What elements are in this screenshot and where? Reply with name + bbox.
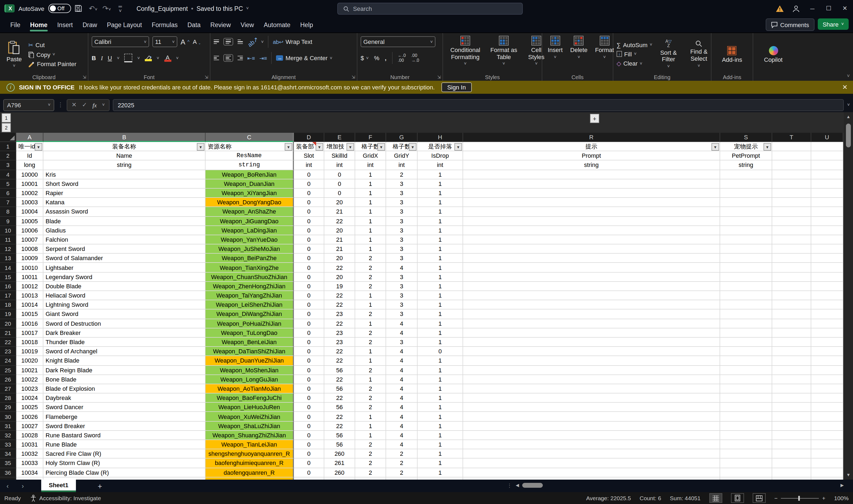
cell-empty[interactable]: [720, 412, 772, 421]
cell-f[interactable]: 1: [355, 216, 386, 226]
align-center-icon[interactable]: [223, 54, 233, 62]
cell-d[interactable]: 0: [294, 328, 324, 338]
tab-file[interactable]: File: [5, 18, 25, 31]
cell-d[interactable]: 0: [294, 226, 324, 235]
cell-f[interactable]: 1: [355, 207, 386, 216]
cell-empty[interactable]: [720, 384, 772, 393]
cell-e[interactable]: 56: [324, 403, 355, 412]
cell-empty[interactable]: [811, 319, 843, 328]
row-header-4[interactable]: 4: [0, 170, 16, 179]
filter-header-cell-T[interactable]: [772, 142, 811, 151]
header-cell-U2[interactable]: [811, 151, 843, 160]
cell-g[interactable]: 2: [386, 478, 418, 480]
cell-empty[interactable]: [811, 468, 843, 477]
cell-empty[interactable]: [811, 356, 843, 365]
row-header-35[interactable]: 35: [0, 459, 16, 468]
cell-d[interactable]: 0: [294, 347, 324, 356]
header-cell-T3[interactable]: [772, 161, 811, 170]
fill-button[interactable]: ↓Fill˅: [616, 51, 652, 57]
cell-d[interactable]: 0: [294, 384, 324, 393]
cell-id[interactable]: 10021: [16, 365, 43, 375]
cell-empty[interactable]: [811, 347, 843, 356]
filter-header-cell-E[interactable]: 增加技▼: [324, 142, 355, 151]
row-header-17[interactable]: 17: [0, 291, 16, 300]
cell-h[interactable]: 1: [418, 272, 463, 282]
dialog-launcher-icon[interactable]: ⇲: [437, 75, 441, 80]
copilot-button[interactable]: Copilot: [761, 35, 786, 73]
cell-resname[interactable]: Weapon_TuLongDao: [206, 328, 294, 338]
chevron-down-icon[interactable]: ˅: [157, 56, 159, 60]
excel-app-icon[interactable]: X: [4, 4, 15, 13]
cell-empty[interactable]: [772, 198, 811, 207]
cell-empty[interactable]: [772, 478, 811, 480]
fill-color-icon[interactable]: [145, 55, 152, 61]
cell-d[interactable]: 0: [294, 319, 324, 328]
header-cell-B2[interactable]: Name: [43, 151, 206, 160]
cell-empty[interactable]: [463, 459, 720, 468]
cell-h[interactable]: 1: [418, 207, 463, 216]
cell-empty[interactable]: [720, 449, 772, 458]
cell-id[interactable]: 10006: [16, 226, 43, 235]
cell-empty[interactable]: [720, 272, 772, 282]
cell-empty[interactable]: [811, 282, 843, 291]
tab-help[interactable]: Help: [295, 18, 318, 31]
currency-icon[interactable]: $˅: [361, 55, 369, 61]
increase-decimal-icon[interactable]: ←.0.00: [398, 53, 406, 63]
cell-empty[interactable]: [463, 245, 720, 254]
cell-id[interactable]: 10003: [16, 198, 43, 207]
insert-cells-button[interactable]: Insert˅: [545, 35, 565, 73]
cell-f[interactable]: 1: [355, 188, 386, 198]
column-header-F[interactable]: F: [355, 133, 386, 142]
cell-empty[interactable]: [463, 440, 720, 449]
tab-review[interactable]: Review: [206, 18, 236, 31]
namebox-splitter[interactable]: ⋮: [57, 101, 64, 108]
cell-empty[interactable]: [811, 328, 843, 338]
cell-empty[interactable]: [811, 393, 843, 403]
cell-empty[interactable]: [463, 170, 720, 179]
cell-h[interactable]: 1: [418, 375, 463, 384]
cell-g[interactable]: 4: [386, 328, 418, 338]
cell-resname[interactable]: Weapon_ShuangZhiZhiJian: [206, 431, 294, 440]
cell-empty[interactable]: [772, 403, 811, 412]
cell-id[interactable]: 10005: [16, 216, 43, 226]
cell-g[interactable]: 3: [386, 226, 418, 235]
expand-columns-button[interactable]: +: [590, 114, 599, 123]
close-notification-icon[interactable]: ✕: [842, 84, 848, 91]
cell-e[interactable]: 22: [324, 393, 355, 403]
cell-g[interactable]: 2: [386, 449, 418, 458]
cell-resname[interactable]: Weapon_BenLeiJian: [206, 338, 294, 347]
cell-empty[interactable]: [720, 235, 772, 245]
cell-resname[interactable]: Weapon_ZhenHongZhiJian: [206, 282, 294, 291]
cell-id[interactable]: 10024: [16, 393, 43, 403]
cell-resname[interactable]: Weapon_TianLeiJian: [206, 440, 294, 449]
cell-empty[interactable]: [463, 216, 720, 226]
cell-g[interactable]: 3: [386, 188, 418, 198]
cell-resname[interactable]: Weapon_LeiShenZhiJian: [206, 300, 294, 309]
cell-f[interactable]: 1: [355, 431, 386, 440]
filter-header-cell-H[interactable]: 是否掉落▼: [418, 142, 463, 151]
cell-resname[interactable]: Weapon_MoShenJian: [206, 365, 294, 375]
cell-empty[interactable]: [720, 188, 772, 198]
cell-e[interactable]: 23: [324, 310, 355, 319]
cell-id[interactable]: 10022: [16, 375, 43, 384]
cell-empty[interactable]: [720, 179, 772, 188]
header-cell-D3[interactable]: int: [294, 161, 324, 170]
horizontal-scrollbar[interactable]: ⋮ ◀ ▶: [507, 481, 844, 489]
cell-e[interactable]: 0: [324, 188, 355, 198]
cell-empty[interactable]: [811, 403, 843, 412]
cell-d[interactable]: 0: [294, 263, 324, 272]
cell-e[interactable]: 260: [324, 468, 355, 477]
cell-e[interactable]: 20: [324, 226, 355, 235]
cell-g[interactable]: 2: [386, 170, 418, 179]
cell-d[interactable]: 0: [294, 216, 324, 226]
cell-resname[interactable]: Weapon_BoRenJian: [206, 170, 294, 179]
orientation-icon[interactable]: ab↗˅: [247, 38, 263, 45]
cell-empty[interactable]: [720, 310, 772, 319]
tab-split-handle[interactable]: ⋮: [507, 483, 512, 488]
filter-header-cell-C[interactable]: 资源名称▼: [206, 142, 294, 151]
cell-e[interactable]: 22: [324, 421, 355, 431]
header-cell-G2[interactable]: GridY: [386, 151, 418, 160]
cell-e[interactable]: 21: [324, 207, 355, 216]
filter-header-cell-S[interactable]: 宠物提示▼: [720, 142, 772, 151]
cell-e[interactable]: 20: [324, 198, 355, 207]
